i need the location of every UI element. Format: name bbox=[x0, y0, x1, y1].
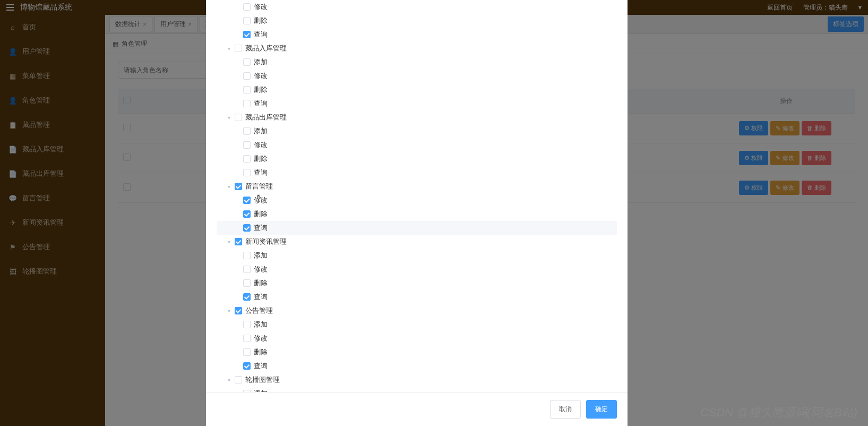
tree-checkbox[interactable] bbox=[243, 127, 251, 135]
tree-node[interactable]: 添加 bbox=[217, 55, 617, 69]
tree-label: 删除 bbox=[254, 209, 268, 219]
tree-checkbox[interactable] bbox=[243, 210, 251, 218]
tree-checkbox[interactable] bbox=[235, 376, 242, 384]
tree-label: 添加 bbox=[254, 251, 268, 260]
tree-label: 查询 bbox=[254, 361, 268, 371]
caret-icon[interactable]: ▾ bbox=[226, 115, 231, 120]
tree-node[interactable]: 删除 bbox=[217, 83, 617, 97]
tree-node[interactable]: 删除 bbox=[217, 207, 617, 221]
tree-checkbox[interactable] bbox=[243, 293, 251, 301]
tree-checkbox[interactable] bbox=[243, 252, 251, 259]
modal-footer: 取消 确定 bbox=[206, 392, 628, 426]
permission-modal: 修改删除查询▾藏品入库管理添加修改删除查询▾藏品出库管理添加修改删除查询▾留言管… bbox=[206, 0, 628, 426]
tree-node[interactable]: 删除 bbox=[217, 14, 617, 28]
tree-checkbox[interactable] bbox=[243, 141, 251, 149]
tree-node[interactable]: 添加 bbox=[217, 318, 617, 331]
tree-label: 修改 bbox=[254, 265, 268, 274]
tree-checkbox[interactable] bbox=[243, 197, 251, 204]
tree-node[interactable]: 查询 bbox=[217, 28, 617, 41]
tree-checkbox[interactable] bbox=[243, 58, 251, 66]
tree-checkbox[interactable] bbox=[243, 169, 251, 176]
tree-checkbox[interactable] bbox=[243, 321, 251, 328]
tree-checkbox[interactable] bbox=[243, 224, 251, 232]
tree-node[interactable]: 添加 bbox=[217, 387, 617, 392]
tree-label: 查询 bbox=[254, 30, 268, 39]
confirm-button[interactable]: 确定 bbox=[586, 400, 617, 419]
tree-checkbox[interactable] bbox=[243, 72, 251, 80]
tree-checkbox[interactable] bbox=[235, 114, 242, 121]
tree-checkbox[interactable] bbox=[243, 17, 251, 24]
caret-icon[interactable]: ▾ bbox=[226, 239, 231, 244]
tree-node[interactable]: 查询 bbox=[217, 290, 617, 304]
tree-node[interactable]: ▾留言管理 bbox=[217, 180, 617, 193]
tree-checkbox[interactable] bbox=[243, 279, 251, 287]
tree-node[interactable]: ▾公告管理 bbox=[217, 304, 617, 318]
tree-node[interactable]: 添加 bbox=[217, 249, 617, 262]
tree-label: 修改 bbox=[254, 195, 268, 205]
tree-checkbox[interactable] bbox=[243, 348, 251, 356]
tree-node[interactable]: ▾藏品入库管理 bbox=[217, 41, 617, 55]
tree-checkbox[interactable] bbox=[243, 3, 251, 11]
tree-node[interactable]: 修改 bbox=[217, 69, 617, 83]
tree-node[interactable]: 查询 bbox=[217, 221, 617, 235]
tree-node[interactable]: 查询 bbox=[217, 359, 617, 373]
tree-checkbox[interactable] bbox=[235, 183, 242, 190]
caret-icon[interactable]: ▾ bbox=[226, 184, 231, 189]
tree-node[interactable]: 修改 bbox=[217, 193, 617, 207]
tree-label: 修改 bbox=[254, 2, 268, 12]
tree-label: 公告管理 bbox=[245, 306, 273, 316]
tree-node[interactable]: 删除 bbox=[217, 345, 617, 359]
tree-label: 查询 bbox=[254, 223, 268, 233]
tree-label: 修改 bbox=[254, 334, 268, 343]
tree-node[interactable]: 删除 bbox=[217, 152, 617, 166]
tree-label: 留言管理 bbox=[245, 182, 273, 191]
tree-label: 添加 bbox=[254, 57, 268, 67]
tree-label: 添加 bbox=[254, 126, 268, 136]
cancel-button[interactable]: 取消 bbox=[550, 400, 581, 419]
tree-label: 藏品入库管理 bbox=[245, 44, 287, 53]
tree-checkbox[interactable] bbox=[243, 335, 251, 342]
tree-node[interactable]: 修改 bbox=[217, 138, 617, 152]
permission-tree: 修改删除查询▾藏品入库管理添加修改删除查询▾藏品出库管理添加修改删除查询▾留言管… bbox=[206, 0, 628, 392]
tree-node[interactable]: ▾新闻资讯管理 bbox=[217, 235, 617, 249]
tree-node[interactable]: 修改 bbox=[217, 262, 617, 276]
tree-checkbox[interactable] bbox=[243, 31, 251, 38]
tree-node[interactable]: ▾轮播图管理 bbox=[217, 373, 617, 387]
caret-icon[interactable]: ▾ bbox=[226, 308, 231, 313]
tree-label: 删除 bbox=[254, 85, 268, 95]
tree-label: 添加 bbox=[254, 320, 268, 329]
tree-checkbox[interactable] bbox=[243, 266, 251, 273]
tree-label: 删除 bbox=[254, 347, 268, 357]
tree-label: 新闻资讯管理 bbox=[245, 237, 287, 246]
tree-label: 删除 bbox=[254, 154, 268, 164]
tree-label: 查询 bbox=[254, 292, 268, 302]
tree-label: 轮播图管理 bbox=[245, 375, 280, 385]
tree-node[interactable]: 修改 bbox=[217, 331, 617, 345]
tree-checkbox[interactable] bbox=[243, 86, 251, 93]
tree-checkbox[interactable] bbox=[243, 362, 251, 370]
caret-icon[interactable]: ▾ bbox=[226, 46, 231, 51]
tree-node[interactable]: 删除 bbox=[217, 276, 617, 290]
tree-node[interactable]: 查询 bbox=[217, 97, 617, 110]
tree-node[interactable]: ▾藏品出库管理 bbox=[217, 110, 617, 124]
tree-node[interactable]: 查询 bbox=[217, 166, 617, 180]
tree-checkbox[interactable] bbox=[243, 100, 251, 107]
tree-label: 藏品出库管理 bbox=[245, 113, 287, 122]
tree-label: 查询 bbox=[254, 99, 268, 108]
tree-label: 删除 bbox=[254, 278, 268, 288]
tree-label: 删除 bbox=[254, 16, 268, 25]
tree-node[interactable]: 修改 bbox=[217, 0, 617, 14]
tree-label: 修改 bbox=[254, 71, 268, 81]
tree-checkbox[interactable] bbox=[235, 45, 242, 52]
tree-node[interactable]: 添加 bbox=[217, 124, 617, 138]
tree-checkbox[interactable] bbox=[235, 238, 242, 245]
tree-checkbox[interactable] bbox=[235, 307, 242, 314]
tree-label: 修改 bbox=[254, 140, 268, 150]
tree-label: 查询 bbox=[254, 168, 268, 177]
tree-checkbox[interactable] bbox=[243, 155, 251, 163]
caret-icon[interactable]: ▾ bbox=[226, 377, 231, 382]
